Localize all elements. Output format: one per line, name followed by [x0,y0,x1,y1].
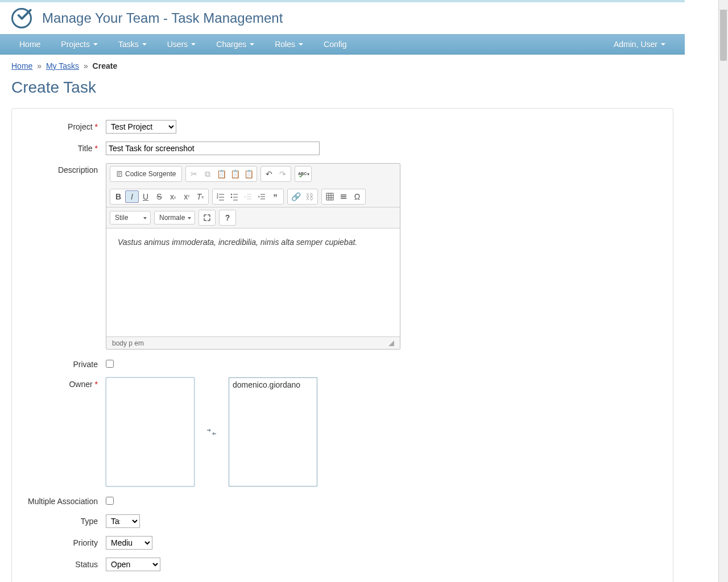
unordered-list-icon[interactable] [228,190,241,203]
owner-available-list[interactable] [106,377,195,487]
nav-roles[interactable]: Roles [264,34,313,55]
copy-icon[interactable]: ⧉ [201,168,214,180]
editor-content[interactable]: Vastus animus immoderata, incredibilia, … [106,228,400,336]
redo-icon[interactable]: ↷ [276,168,289,180]
app-title: Manage Your Team - Task Management [42,10,283,26]
paste-word-icon[interactable]: 📋 [242,168,255,180]
swap-icon[interactable] [206,428,217,436]
priority-select[interactable]: Medium [106,536,152,550]
type-select[interactable]: Task [106,514,140,528]
nav-charges[interactable]: Charges [206,34,264,55]
svg-point-4 [231,197,232,198]
owner-selected-list[interactable]: domenico.giordano [229,377,317,487]
title-input[interactable] [106,142,320,155]
header: Manage Your Team - Task Management [0,2,685,34]
nav-config[interactable]: Config [313,34,357,55]
chevron-down-icon [93,43,98,45]
nav-users[interactable]: Users [157,34,206,55]
underline-icon[interactable]: U [139,190,152,203]
project-select[interactable]: Test Project [106,120,176,134]
italic-icon[interactable]: I [125,190,139,203]
cut-icon[interactable]: ✂ [187,168,201,180]
nav-user-menu[interactable]: Admin, User [603,34,676,55]
label-type: Type [23,514,106,526]
ordered-list-icon[interactable]: 12 [214,190,228,203]
form-panel: Project * Test Project Title * Descripti… [11,108,673,582]
help-icon[interactable]: ? [221,211,234,224]
subscript-icon[interactable]: x₂ [166,190,180,203]
chevron-down-icon [142,43,147,45]
special-char-icon[interactable]: Ω [350,190,364,203]
outdent-icon[interactable] [241,190,255,203]
chevron-down-icon [299,43,303,45]
svg-rect-5 [326,193,333,200]
source-icon [116,171,123,177]
table-icon[interactable] [323,190,337,203]
breadcrumb: Home » My Tasks » Create [11,61,673,70]
chevron-down-icon [250,43,254,45]
navbar: Home Projects Tasks Users Charges Roles … [0,34,685,55]
indent-icon[interactable] [255,190,268,203]
editor-element-path[interactable]: body p em [112,339,144,347]
label-description: Description [23,163,106,174]
page-title: Create Task [11,78,673,97]
status-select[interactable]: Open [106,558,160,571]
owner-selected-item[interactable]: domenico.giordano [233,380,313,389]
label-title: Title * [23,142,106,153]
chevron-down-icon [191,43,196,45]
hr-icon[interactable] [337,190,350,203]
blockquote-icon[interactable]: ” [268,190,282,203]
chevron-down-icon [661,43,665,45]
undo-icon[interactable]: ↶ [262,168,276,180]
scrollbar[interactable] [718,0,728,582]
style-select[interactable]: Stile [110,211,151,225]
rich-text-editor: Codice Sorgente ✂ ⧉ 📋 📋 📋 [106,163,400,350]
label-multiple-assoc: Multiple Association [23,494,106,506]
remove-format-icon[interactable]: Tx [193,190,207,203]
breadcrumb-home[interactable]: Home [11,61,32,70]
format-select[interactable]: Normale [154,211,195,225]
editor-source-button[interactable]: Codice Sorgente [111,168,180,180]
link-icon[interactable]: 🔗 [289,190,303,203]
scrollbar-thumb[interactable] [720,10,727,61]
nav-projects[interactable]: Projects [51,34,108,55]
superscript-icon[interactable]: x² [180,190,193,203]
app-logo [11,8,32,28]
multiple-assoc-checkbox[interactable] [106,497,114,505]
label-owner: Owner * [23,377,106,389]
breadcrumb-mytasks[interactable]: My Tasks [46,61,79,70]
breadcrumb-current: Create [93,61,118,70]
paste-icon[interactable]: 📋 [214,168,228,180]
bold-icon[interactable]: B [111,190,125,203]
paste-text-icon[interactable]: 📋 [228,168,242,180]
label-project: Project * [23,120,106,131]
svg-point-3 [231,194,232,195]
label-status: Status [23,558,106,569]
label-private: Private [23,357,106,369]
resize-handle-icon[interactable] [388,340,394,346]
maximize-icon[interactable] [200,211,214,224]
spellcheck-icon[interactable]: ABC ▾ [296,168,310,180]
nav-home[interactable]: Home [9,34,51,55]
unlink-icon[interactable]: ⛓ [303,190,316,203]
label-priority: Priority [23,536,106,547]
svg-text:2: 2 [217,196,218,199]
strike-icon[interactable]: S [152,190,166,203]
private-checkbox[interactable] [106,360,114,368]
nav-tasks[interactable]: Tasks [108,34,157,55]
